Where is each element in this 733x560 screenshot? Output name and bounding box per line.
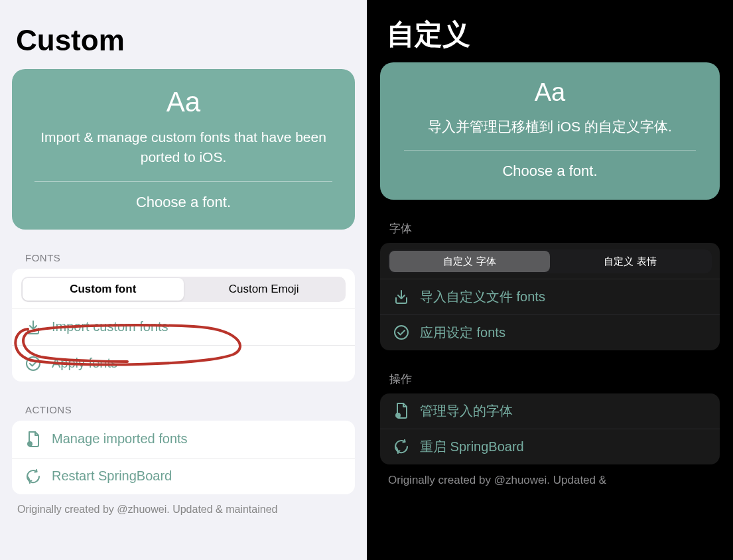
restart-icon (392, 439, 411, 455)
actions-card: 管理导入的字体 重启 SpringBoard (380, 393, 720, 464)
hero-description: 导入并管理已移植到 iOS 的自定义字体. (404, 116, 696, 138)
manage-fonts-label: 管理导入的字体 (420, 402, 513, 420)
import-fonts-row[interactable]: 导入自定义文件 fonts (380, 279, 720, 315)
restart-springboard-row[interactable]: 重启 SpringBoard (380, 429, 720, 464)
fonts-card: Custom font Custom Emoji Import custom f… (12, 269, 355, 382)
light-pane: Custom Aa Import & manage custom fonts t… (0, 0, 367, 560)
hero-description: Import & manage custom fonts that have b… (34, 127, 332, 168)
document-gear-icon (24, 431, 42, 448)
segment-custom-font[interactable]: Custom font (23, 278, 184, 301)
hero-card: Aa 导入并管理已移植到 iOS 的自定义字体. Choose a font. (380, 62, 720, 200)
footer-credits: Originally created by @zhuowei. Updated … (367, 464, 733, 487)
manage-fonts-row[interactable]: 管理导入的字体 (380, 393, 720, 429)
hero-aa: Aa (404, 78, 696, 107)
hero-choose-label: Choose a font. (404, 163, 696, 180)
svg-point-0 (27, 357, 40, 370)
checkmark-circle-icon (24, 356, 42, 372)
page-title: Custom (0, 0, 367, 69)
segment-custom-emoji[interactable]: 自定义 表情 (550, 251, 710, 272)
segmented-control[interactable]: 自定义 字体 自定义 表情 (388, 249, 712, 273)
actions-card: Manage imported fonts Restart SpringBoar… (12, 421, 355, 494)
segmented-control[interactable]: Custom font Custom Emoji (21, 277, 346, 302)
apply-fonts-label: 应用设定 fonts (420, 324, 505, 342)
restart-springboard-row[interactable]: Restart SpringBoard (12, 458, 355, 494)
download-icon (24, 319, 42, 335)
download-icon (392, 289, 411, 305)
restart-icon (24, 468, 42, 484)
hero-aa: Aa (34, 86, 332, 118)
actions-section-header: ACTIONS (0, 382, 367, 421)
manage-fonts-row[interactable]: Manage imported fonts (12, 421, 355, 458)
document-gear-icon (392, 402, 411, 419)
svg-point-3 (395, 326, 408, 339)
hero-card: Aa Import & manage custom fonts that hav… (12, 69, 355, 230)
checkmark-circle-icon (392, 324, 411, 340)
manage-fonts-label: Manage imported fonts (52, 431, 188, 447)
hero-divider (34, 181, 332, 182)
restart-springboard-label: Restart SpringBoard (52, 468, 172, 484)
hero-choose-label: Choose a font. (34, 194, 332, 211)
footer-credits: Originally created by @zhuowei. Updated … (0, 494, 367, 516)
page-title: 自定义 (367, 0, 733, 62)
fonts-section-header: FONTS (0, 230, 367, 269)
dark-pane: 自定义 Aa 导入并管理已移植到 iOS 的自定义字体. Choose a fo… (367, 0, 733, 560)
apply-fonts-row[interactable]: 应用设定 fonts (380, 315, 720, 350)
fonts-card: 自定义 字体 自定义 表情 导入自定义文件 fonts 应用设定 fonts (380, 243, 720, 350)
apply-fonts-row[interactable]: Apply fonts (12, 345, 355, 382)
segment-custom-font[interactable]: 自定义 字体 (389, 251, 550, 272)
import-fonts-row[interactable]: Import custom fonts (12, 309, 355, 345)
actions-section-header: 操作 (367, 350, 733, 393)
segment-custom-emoji[interactable]: Custom Emoji (184, 278, 345, 301)
restart-springboard-label: 重启 SpringBoard (420, 438, 524, 456)
import-fonts-label: Import custom fonts (52, 319, 168, 334)
import-fonts-label: 导入自定义文件 fonts (420, 288, 545, 306)
hero-divider (404, 150, 696, 151)
apply-fonts-label: Apply fonts (52, 356, 117, 371)
fonts-section-header: 字体 (367, 200, 733, 243)
